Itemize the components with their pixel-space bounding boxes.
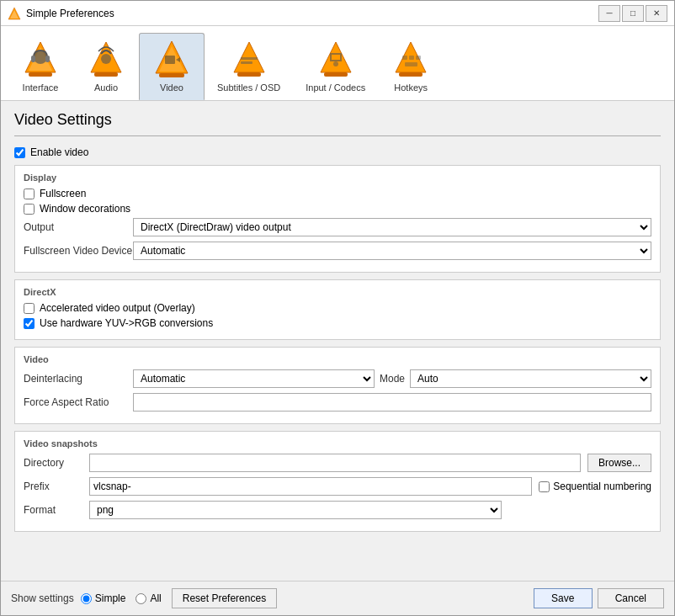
svg-rect-26 [402, 56, 407, 60]
sequential-checkbox[interactable] [539, 481, 550, 492]
tab-subtitles[interactable]: Subtitles / OSD [205, 33, 293, 100]
radio-all[interactable]: All [136, 592, 161, 604]
fullscreen-label[interactable]: Fullscreen [40, 188, 86, 199]
svg-rect-14 [165, 56, 175, 64]
tab-video-label: Video [160, 82, 183, 93]
svg-rect-28 [416, 56, 421, 60]
aspect-ratio-label: Force Aspect Ratio [24, 396, 133, 408]
content-area: Video Settings Enable video Display Full… [1, 101, 674, 581]
aspect-ratio-row: Force Aspect Ratio [24, 393, 651, 412]
directx-section-label: DirectX [24, 287, 651, 297]
save-button[interactable]: Save [534, 588, 593, 608]
aspect-ratio-input[interactable] [133, 393, 651, 412]
svg-point-23 [333, 61, 338, 66]
settings-radio-group: Simple All [81, 592, 162, 604]
radio-all-label: All [150, 592, 161, 604]
prefix-input[interactable] [89, 477, 532, 496]
fullscreen-device-row: Fullscreen Video Device Automatic [24, 242, 651, 260]
hotkeys-icon [391, 39, 431, 79]
tab-audio[interactable]: Audio [73, 33, 139, 100]
enable-video-checkbox[interactable] [14, 147, 25, 158]
tab-input-label: Input / Codecs [306, 82, 365, 93]
footer-actions: Save Cancel [534, 588, 664, 608]
radio-simple-input[interactable] [81, 593, 92, 604]
aspect-ratio-control [133, 393, 651, 412]
directory-row: Directory Browse... [24, 454, 651, 472]
video-section-label: Video [24, 354, 651, 364]
svg-rect-21 [324, 72, 348, 77]
tab-input[interactable]: Input / Codecs [293, 33, 378, 100]
page-title: Video Settings [14, 111, 661, 129]
sequential-check-group: Sequential numbering [539, 481, 651, 492]
deinterlacing-control: Automatic Off On [133, 369, 375, 388]
svg-rect-9 [94, 72, 118, 77]
svg-rect-27 [409, 56, 414, 60]
tab-audio-label: Audio [94, 82, 118, 93]
reset-preferences-button[interactable]: Reset Preferences [172, 588, 277, 608]
directory-input[interactable] [89, 454, 581, 472]
svg-marker-20 [321, 42, 351, 72]
tab-hotkeys[interactable]: Hotkeys [378, 33, 444, 100]
svg-rect-4 [29, 72, 52, 77]
tab-interface[interactable]: Interface [8, 33, 73, 100]
fullscreen-device-select[interactable]: Automatic [133, 242, 651, 260]
main-window: Simple Preferences ─ □ ✕ [0, 0, 675, 616]
display-section: Display Fullscreen Window decorations Ou… [14, 165, 661, 273]
browse-button[interactable]: Browse... [587, 454, 651, 472]
input-icon [316, 39, 356, 79]
deinterlacing-row: Deinterlacing Automatic Off On Mode Auto… [24, 369, 651, 388]
prefix-label: Prefix [24, 481, 82, 492]
accelerated-label[interactable]: Accelerated video output (Overlay) [40, 302, 195, 314]
window-decorations-checkbox[interactable] [24, 204, 35, 215]
directory-label: Directory [24, 457, 82, 469]
tab-subtitles-label: Subtitles / OSD [217, 82, 280, 93]
fullscreen-checkbox[interactable] [24, 189, 35, 199]
svg-point-10 [101, 54, 111, 64]
window-decorations-label[interactable]: Window decorations [40, 203, 130, 215]
radio-all-input[interactable] [136, 593, 146, 604]
prefix-row: Prefix Sequential numbering [24, 477, 651, 496]
tab-hotkeys-label: Hotkeys [394, 82, 428, 93]
svg-rect-6 [31, 56, 35, 62]
output-row: Output DirectX (DirectDraw) video output… [24, 218, 651, 236]
app-icon [8, 7, 21, 20]
enable-video-label[interactable]: Enable video [30, 146, 88, 158]
minimize-button[interactable]: ─ [598, 5, 620, 22]
mode-label: Mode [380, 373, 405, 385]
accelerated-checkbox[interactable] [24, 303, 35, 314]
svg-rect-13 [159, 73, 184, 77]
enable-video-row: Enable video [14, 146, 661, 158]
maximize-button[interactable]: □ [622, 5, 644, 22]
svg-rect-18 [241, 57, 258, 60]
svg-rect-29 [405, 62, 417, 66]
deinterlacing-label: Deinterlacing [24, 373, 133, 385]
window-decorations-row: Window decorations [24, 203, 651, 215]
snapshots-section-label: Video snapshots [24, 438, 651, 449]
svg-rect-25 [399, 72, 423, 77]
format-label: Format [24, 504, 82, 516]
accelerated-row: Accelerated video output (Overlay) [24, 302, 651, 314]
deinterlacing-select[interactable]: Automatic Off On [133, 369, 375, 388]
title-bar-controls: ─ □ ✕ [598, 5, 667, 22]
hardware-yuv-label[interactable]: Use hardware YUV->RGB conversions [40, 317, 213, 329]
window-title: Simple Preferences [26, 8, 598, 19]
show-settings-label: Show settings [11, 592, 74, 604]
interface-icon [20, 39, 61, 79]
output-select[interactable]: DirectX (DirectDraw) video output Direct… [133, 218, 651, 236]
directx-section: DirectX Accelerated video output (Overla… [14, 279, 661, 340]
format-row: Format png jpg tiff [24, 501, 651, 519]
close-button[interactable]: ✕ [646, 5, 667, 22]
svg-rect-19 [241, 61, 252, 64]
sequential-label[interactable]: Sequential numbering [553, 481, 651, 492]
fullscreen-row: Fullscreen [24, 188, 651, 199]
format-select[interactable]: png jpg tiff [89, 501, 502, 519]
fullscreen-device-control: Automatic [133, 242, 651, 260]
tab-video[interactable]: Video [139, 33, 205, 100]
footer: Show settings Simple All Reset Preferenc… [1, 581, 674, 615]
audio-icon [86, 39, 126, 79]
mode-control: Auto Blend Bob Discard Linear Mean X Yad… [410, 369, 651, 388]
radio-simple[interactable]: Simple [81, 592, 126, 604]
cancel-button[interactable]: Cancel [598, 588, 664, 608]
mode-select[interactable]: Auto Blend Bob Discard Linear Mean X Yad… [410, 369, 651, 388]
hardware-yuv-checkbox[interactable] [24, 318, 35, 329]
